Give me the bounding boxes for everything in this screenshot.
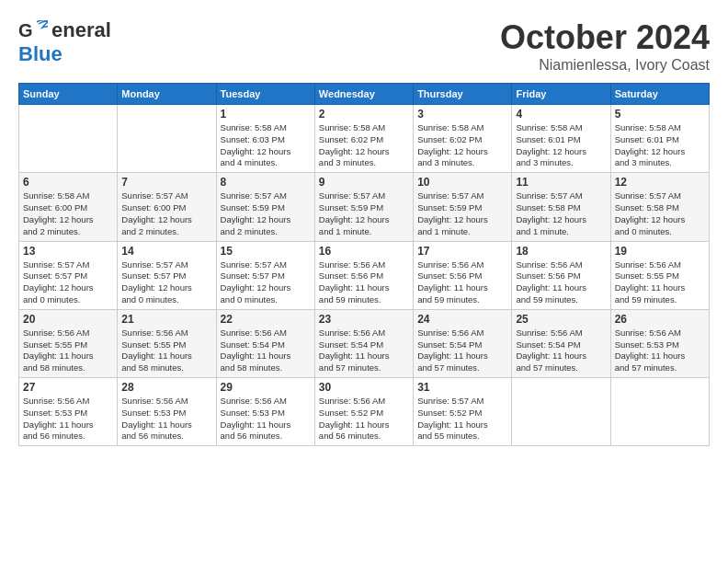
day-number: 5 [615,108,705,121]
day-number: 15 [221,245,311,258]
day-info: Sunrise: 5:57 AM Sunset: 5:58 PM Dayligh… [615,190,705,237]
calendar-cell: 25Sunrise: 5:56 AM Sunset: 5:54 PM Dayli… [512,309,610,377]
day-info: Sunrise: 5:57 AM Sunset: 5:52 PM Dayligh… [417,396,507,442]
day-info: Sunrise: 5:58 AM Sunset: 6:00 PM Dayligh… [23,190,113,237]
day-number: 28 [121,381,211,394]
calendar-cell: 5Sunrise: 5:58 AM Sunset: 6:01 PM Daylig… [610,105,709,173]
day-info: Sunrise: 5:56 AM Sunset: 5:55 PM Dayligh… [121,327,211,374]
calendar-cell: 28Sunrise: 5:56 AM Sunset: 5:53 PM Dayli… [118,378,216,446]
calendar-cell: 20Sunrise: 5:56 AM Sunset: 5:55 PM Dayli… [19,309,118,377]
day-number: 30 [319,381,409,394]
day-info: Sunrise: 5:58 AM Sunset: 6:02 PM Dayligh… [319,122,409,169]
calendar-cell: 4Sunrise: 5:58 AM Sunset: 6:01 PM Daylig… [512,105,610,173]
day-info: Sunrise: 5:56 AM Sunset: 5:56 PM Dayligh… [319,259,409,306]
day-number: 29 [221,381,311,394]
day-number: 19 [615,245,705,258]
day-info: Sunrise: 5:57 AM Sunset: 5:57 PM Dayligh… [221,259,311,306]
day-number: 23 [319,313,409,326]
calendar-table: SundayMondayTuesdayWednesdayThursdayFrid… [18,83,710,446]
calendar-day-header: Thursday [414,84,512,105]
logo-bird-icon: G [18,20,48,40]
day-number: 10 [417,176,507,189]
day-info: Sunrise: 5:58 AM Sunset: 6:02 PM Dayligh… [417,122,507,169]
calendar-day-header: Wednesday [314,84,413,105]
calendar-week-row: 1Sunrise: 5:58 AM Sunset: 6:03 PM Daylig… [19,105,710,173]
day-info: Sunrise: 5:56 AM Sunset: 5:54 PM Dayligh… [319,327,409,374]
calendar-cell: 15Sunrise: 5:57 AM Sunset: 5:57 PM Dayli… [216,241,314,309]
day-number: 26 [615,313,705,326]
day-number: 18 [516,245,606,258]
calendar-week-row: 6Sunrise: 5:58 AM Sunset: 6:00 PM Daylig… [19,173,710,241]
calendar-cell: 23Sunrise: 5:56 AM Sunset: 5:54 PM Dayli… [314,309,413,377]
day-number: 22 [221,313,311,326]
day-info: Sunrise: 5:56 AM Sunset: 5:56 PM Dayligh… [417,259,507,306]
title-area: October 2024 Niamienlessa, Ivory Coast [500,18,710,74]
day-info: Sunrise: 5:57 AM Sunset: 5:57 PM Dayligh… [121,259,211,306]
day-number: 27 [23,381,113,394]
calendar-cell: 18Sunrise: 5:56 AM Sunset: 5:56 PM Dayli… [512,241,610,309]
day-number: 31 [417,381,507,394]
day-number: 6 [23,176,113,189]
day-number: 20 [23,313,113,326]
calendar-day-header: Sunday [19,84,118,105]
day-number: 8 [221,176,311,189]
day-number: 21 [121,313,211,326]
calendar-cell [610,378,709,446]
day-info: Sunrise: 5:56 AM Sunset: 5:55 PM Dayligh… [23,327,113,374]
calendar-day-header: Tuesday [216,84,314,105]
day-info: Sunrise: 5:56 AM Sunset: 5:53 PM Dayligh… [23,396,113,442]
day-info: Sunrise: 5:56 AM Sunset: 5:53 PM Dayligh… [221,396,311,442]
calendar-cell: 11Sunrise: 5:57 AM Sunset: 5:58 PM Dayli… [512,173,610,241]
logo: G eneral Blue [18,18,111,66]
calendar-cell: 27Sunrise: 5:56 AM Sunset: 5:53 PM Dayli… [19,378,118,446]
calendar-cell: 24Sunrise: 5:56 AM Sunset: 5:54 PM Dayli… [414,309,512,377]
day-number: 3 [417,108,507,121]
calendar-day-header: Friday [512,84,610,105]
day-number: 25 [516,313,606,326]
day-info: Sunrise: 5:56 AM Sunset: 5:54 PM Dayligh… [516,327,606,374]
day-info: Sunrise: 5:58 AM Sunset: 6:01 PM Dayligh… [615,122,705,169]
day-info: Sunrise: 5:58 AM Sunset: 6:03 PM Dayligh… [221,122,311,169]
day-info: Sunrise: 5:57 AM Sunset: 5:59 PM Dayligh… [319,190,409,237]
svg-text:G: G [18,20,33,40]
logo-blue-text: Blue [18,42,63,65]
calendar-cell [19,105,118,173]
calendar-cell: 17Sunrise: 5:56 AM Sunset: 5:56 PM Dayli… [414,241,512,309]
day-number: 17 [417,245,507,258]
calendar-cell [512,378,610,446]
calendar-cell: 31Sunrise: 5:57 AM Sunset: 5:52 PM Dayli… [414,378,512,446]
calendar-week-row: 27Sunrise: 5:56 AM Sunset: 5:53 PM Dayli… [19,378,710,446]
calendar-cell: 6Sunrise: 5:58 AM Sunset: 6:00 PM Daylig… [19,173,118,241]
day-number: 4 [516,108,606,121]
calendar-cell: 16Sunrise: 5:56 AM Sunset: 5:56 PM Dayli… [314,241,413,309]
calendar-cell: 19Sunrise: 5:56 AM Sunset: 5:55 PM Dayli… [610,241,709,309]
calendar-header-row: SundayMondayTuesdayWednesdayThursdayFrid… [19,84,710,105]
day-number: 13 [23,245,113,258]
calendar-cell: 9Sunrise: 5:57 AM Sunset: 5:59 PM Daylig… [314,173,413,241]
calendar-cell [118,105,216,173]
location-text: Niamienlessa, Ivory Coast [500,57,710,74]
calendar-cell: 14Sunrise: 5:57 AM Sunset: 5:57 PM Dayli… [118,241,216,309]
day-info: Sunrise: 5:57 AM Sunset: 5:58 PM Dayligh… [516,190,606,237]
day-number: 9 [319,176,409,189]
logo-general-text: eneral [51,18,111,42]
calendar-day-header: Saturday [610,84,709,105]
day-info: Sunrise: 5:56 AM Sunset: 5:54 PM Dayligh… [221,327,311,374]
day-number: 2 [319,108,409,121]
day-info: Sunrise: 5:57 AM Sunset: 6:00 PM Dayligh… [121,190,211,237]
calendar-cell: 30Sunrise: 5:56 AM Sunset: 5:52 PM Dayli… [314,378,413,446]
day-number: 1 [221,108,311,121]
day-number: 14 [121,245,211,258]
calendar-week-row: 13Sunrise: 5:57 AM Sunset: 5:57 PM Dayli… [19,241,710,309]
day-info: Sunrise: 5:56 AM Sunset: 5:55 PM Dayligh… [615,259,705,306]
calendar-cell: 1Sunrise: 5:58 AM Sunset: 6:03 PM Daylig… [216,105,314,173]
day-info: Sunrise: 5:57 AM Sunset: 5:59 PM Dayligh… [221,190,311,237]
day-info: Sunrise: 5:56 AM Sunset: 5:52 PM Dayligh… [319,396,409,442]
calendar-week-row: 20Sunrise: 5:56 AM Sunset: 5:55 PM Dayli… [19,309,710,377]
page-header: G eneral Blue October 2024 Niamienlessa,… [18,18,710,74]
day-info: Sunrise: 5:58 AM Sunset: 6:01 PM Dayligh… [516,122,606,169]
calendar-cell: 29Sunrise: 5:56 AM Sunset: 5:53 PM Dayli… [216,378,314,446]
day-number: 12 [615,176,705,189]
day-info: Sunrise: 5:56 AM Sunset: 5:54 PM Dayligh… [417,327,507,374]
day-info: Sunrise: 5:56 AM Sunset: 5:56 PM Dayligh… [516,259,606,306]
